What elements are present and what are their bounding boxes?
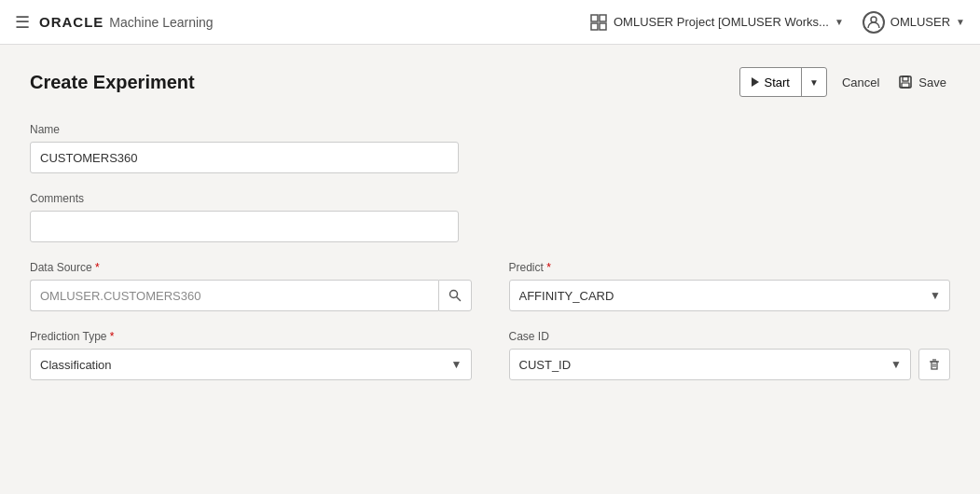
case-id-delete-button[interactable]	[918, 349, 950, 380]
user-avatar-icon	[863, 11, 885, 34]
predict-select-wrapper: AFFINITY_CARD ▼	[509, 280, 951, 311]
data-source-col: Data Source	[30, 261, 472, 311]
start-chevron-icon: ▼	[809, 77, 819, 88]
grid-icon	[589, 13, 608, 32]
prediction-type-col: Prediction Type Classification Regressio…	[30, 330, 472, 380]
svg-line-9	[456, 297, 460, 301]
save-icon	[898, 75, 913, 89]
save-button[interactable]: Save	[894, 69, 950, 95]
prediction-type-select[interactable]: Classification Regression	[30, 349, 472, 380]
nav-right: OMLUSER Project [OMLUSER Works... ▼ OMLU…	[589, 11, 965, 34]
user-selector[interactable]: OMLUSER ▼	[863, 11, 965, 34]
case-id-col: Case ID CUST_ID ▼	[509, 330, 951, 380]
header-actions: Start ▼ Cancel Save	[739, 67, 950, 97]
start-label: Start	[765, 75, 790, 89]
main-content: Create Experiment Start ▼ Cancel Save	[0, 45, 980, 403]
predict-label: Predict	[509, 261, 951, 274]
user-label: OMLUSER	[890, 15, 950, 29]
play-icon	[752, 77, 759, 87]
case-id-label: Case ID	[509, 330, 951, 343]
start-button-group: Start ▼	[739, 67, 827, 97]
svg-rect-2	[591, 23, 598, 30]
trash-icon	[927, 357, 942, 372]
nav-left: ☰ ORACLE Machine Learning	[15, 12, 214, 33]
predict-group: Predict AFFINITY_CARD ▼	[509, 261, 951, 311]
hamburger-menu-icon[interactable]: ☰	[15, 12, 30, 33]
svg-rect-10	[932, 362, 937, 369]
page-header: Create Experiment Start ▼ Cancel Save	[30, 67, 950, 97]
svg-point-4	[871, 17, 876, 22]
svg-rect-3	[600, 23, 606, 30]
prediction-type-select-wrapper: Classification Regression ▼	[30, 349, 472, 380]
brand-ml-text: Machine Learning	[109, 15, 213, 30]
data-source-input[interactable]	[30, 280, 438, 311]
predict-col: Predict AFFINITY_CARD ▼	[509, 261, 951, 311]
project-label: OMLUSER Project [OMLUSER Works...	[614, 15, 829, 29]
predict-select[interactable]: AFFINITY_CARD	[509, 280, 951, 311]
brand-oracle-text: ORACLE	[39, 14, 104, 30]
data-source-predict-row: Data Source Predict	[30, 261, 950, 311]
name-field-group: Name	[30, 123, 950, 173]
search-icon	[448, 288, 462, 303]
name-input[interactable]	[30, 142, 459, 173]
data-source-search-button[interactable]	[438, 280, 472, 311]
case-id-select[interactable]: CUST_ID	[509, 349, 912, 380]
prediction-type-group: Prediction Type Classification Regressio…	[30, 330, 472, 380]
data-source-label: Data Source	[30, 261, 472, 274]
case-id-group: Case ID CUST_ID ▼	[509, 330, 951, 380]
project-selector[interactable]: OMLUSER Project [OMLUSER Works... ▼	[589, 13, 844, 32]
prediction-type-case-id-row: Prediction Type Classification Regressio…	[30, 330, 950, 380]
experiment-form: Name Comments Data Source	[30, 123, 950, 380]
page-title: Create Experiment	[30, 72, 195, 93]
svg-rect-0	[591, 15, 598, 21]
user-chevron-icon: ▼	[956, 17, 965, 27]
case-id-input-wrapper: CUST_ID ▼	[509, 349, 951, 380]
cancel-button[interactable]: Cancel	[838, 70, 883, 95]
data-source-group: Data Source	[30, 261, 472, 311]
start-dropdown-button[interactable]: ▼	[802, 68, 826, 96]
comments-label: Comments	[30, 192, 950, 205]
save-label: Save	[918, 75, 946, 89]
name-label: Name	[30, 123, 950, 136]
project-chevron-icon: ▼	[835, 17, 844, 27]
svg-rect-1	[600, 15, 606, 21]
top-navigation: ☰ ORACLE Machine Learning OMLUSER Projec…	[0, 0, 980, 45]
comments-field-group: Comments	[30, 192, 950, 242]
case-id-select-wrapper: CUST_ID ▼	[509, 349, 912, 380]
data-source-input-wrapper	[30, 280, 472, 311]
brand-logo: ORACLE Machine Learning	[39, 14, 214, 30]
comments-input[interactable]	[30, 211, 459, 242]
start-button[interactable]: Start	[740, 68, 802, 96]
prediction-type-label: Prediction Type	[30, 330, 472, 343]
